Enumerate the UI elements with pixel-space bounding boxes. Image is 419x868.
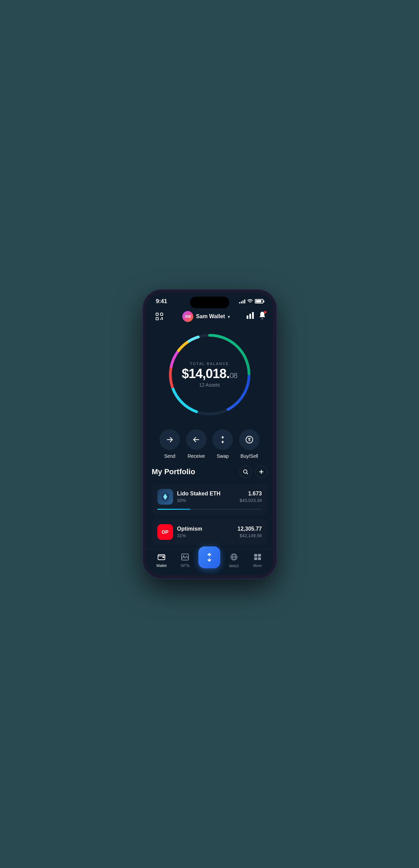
portfolio-section: My Portfolio xyxy=(146,466,273,549)
svg-rect-1 xyxy=(160,313,163,315)
bottom-nav: Wallet NFTs xyxy=(146,549,273,575)
svg-rect-40 xyxy=(258,554,261,557)
swap-label: Swap xyxy=(217,453,229,459)
more-nav-label: More xyxy=(253,563,262,568)
lido-amount: 1.673 xyxy=(239,491,262,497)
portfolio-actions xyxy=(239,466,267,478)
add-asset-button[interactable] xyxy=(255,466,267,478)
status-time: 9:41 xyxy=(156,298,167,305)
svg-rect-41 xyxy=(254,557,257,560)
svg-rect-42 xyxy=(258,557,261,560)
dynamic-island xyxy=(190,297,229,308)
asset-card-lido[interactable]: Lido Staked ETH 32% 1.673 $43,023.34 xyxy=(152,483,267,515)
wallet-name: Sam Wallet xyxy=(196,313,225,320)
bell-button[interactable] xyxy=(259,312,266,321)
nav-nfts[interactable]: NFTs xyxy=(175,554,195,568)
app-header: SW Sam Wallet ▾ xyxy=(146,308,273,327)
lido-usd: $43,023.34 xyxy=(239,498,262,503)
send-button[interactable]: Send xyxy=(159,429,180,459)
optimism-amount: 12,305.77 xyxy=(237,526,262,532)
action-buttons: Send Receive xyxy=(146,426,273,466)
battery-icon xyxy=(255,299,263,303)
svg-rect-10 xyxy=(252,312,254,319)
lido-values: 1.673 $43,023.34 xyxy=(239,491,262,503)
signal-icon xyxy=(239,299,245,303)
status-icons xyxy=(239,299,263,304)
swap-icon xyxy=(212,429,233,450)
header-right xyxy=(247,312,266,321)
scan-button[interactable] xyxy=(153,310,166,323)
lido-info: Lido Staked ETH 32% xyxy=(177,491,236,503)
nav-web3[interactable]: Web3 xyxy=(224,553,244,568)
svg-rect-30 xyxy=(162,557,164,558)
nav-wallet[interactable]: Wallet xyxy=(151,554,172,568)
avatar: SW xyxy=(182,311,193,322)
phone-frame: 9:41 xyxy=(143,290,276,579)
battery-fill xyxy=(256,300,261,302)
optimism-values: 12,305.77 $42,149.56 xyxy=(237,526,262,538)
chart-button[interactable] xyxy=(247,312,254,321)
nfts-nav-label: NFTs xyxy=(181,563,189,568)
svg-rect-0 xyxy=(156,313,158,315)
optimism-pct: 31% xyxy=(177,533,234,538)
swap-button[interactable]: Swap xyxy=(212,429,233,459)
optimism-info: Optimism 31% xyxy=(177,526,234,538)
svg-rect-8 xyxy=(247,315,248,319)
lido-progress-fill xyxy=(157,509,191,510)
lido-progress-bar xyxy=(157,509,262,510)
phone-inner: 9:41 xyxy=(146,293,273,575)
receive-label: Receive xyxy=(187,453,205,459)
ring-center: TOTAL BALANCE $14,018.08 12 Assets xyxy=(182,362,237,388)
balance-amount: $14,018.08 xyxy=(182,367,237,380)
portfolio-title: My Portfolio xyxy=(152,467,195,476)
svg-rect-39 xyxy=(254,554,257,557)
search-button[interactable] xyxy=(239,466,252,478)
receive-icon xyxy=(186,429,207,450)
lido-name: Lido Staked ETH xyxy=(177,491,236,497)
optimism-name: Optimism xyxy=(177,526,234,532)
svg-point-28 xyxy=(164,495,167,498)
svg-line-24 xyxy=(247,473,248,474)
web3-nav-label: Web3 xyxy=(229,564,239,568)
send-icon xyxy=(159,429,180,450)
lido-pct: 32% xyxy=(177,498,236,503)
notification-dot xyxy=(264,311,267,314)
buysell-button[interactable]: $ Buy/Sell xyxy=(239,429,260,459)
receive-button[interactable]: Receive xyxy=(186,429,207,459)
svg-point-23 xyxy=(244,470,247,473)
buysell-label: Buy/Sell xyxy=(240,453,258,459)
asset-card-optimism[interactable]: OP Optimism 31% 12,305.77 $42,149.56 xyxy=(152,519,267,545)
center-action-button[interactable] xyxy=(198,546,220,568)
portfolio-header: My Portfolio xyxy=(152,466,267,478)
assets-count: 12 Assets xyxy=(182,382,237,388)
chevron-down-icon: ▾ xyxy=(228,314,230,319)
wifi-icon xyxy=(247,299,253,304)
optimism-usd: $42,149.56 xyxy=(237,533,262,538)
lido-logo xyxy=(157,489,173,505)
send-label: Send xyxy=(164,453,175,459)
web3-nav-icon xyxy=(230,553,238,562)
ring-container: TOTAL BALANCE $14,018.08 12 Assets xyxy=(165,330,254,419)
optimism-logo: OP xyxy=(157,524,173,540)
buysell-icon: $ xyxy=(239,429,260,450)
balance-section: TOTAL BALANCE $14,018.08 12 Assets xyxy=(146,327,273,426)
wallet-nav-label: Wallet xyxy=(156,563,167,568)
svg-rect-9 xyxy=(249,314,251,319)
svg-rect-2 xyxy=(156,318,158,320)
nfts-nav-icon xyxy=(181,554,189,562)
more-nav-icon xyxy=(254,554,261,562)
balance-label: TOTAL BALANCE xyxy=(182,362,237,366)
wallet-nav-icon xyxy=(158,554,165,562)
nav-more[interactable]: More xyxy=(247,554,268,568)
wallet-selector[interactable]: SW Sam Wallet ▾ xyxy=(182,311,230,322)
